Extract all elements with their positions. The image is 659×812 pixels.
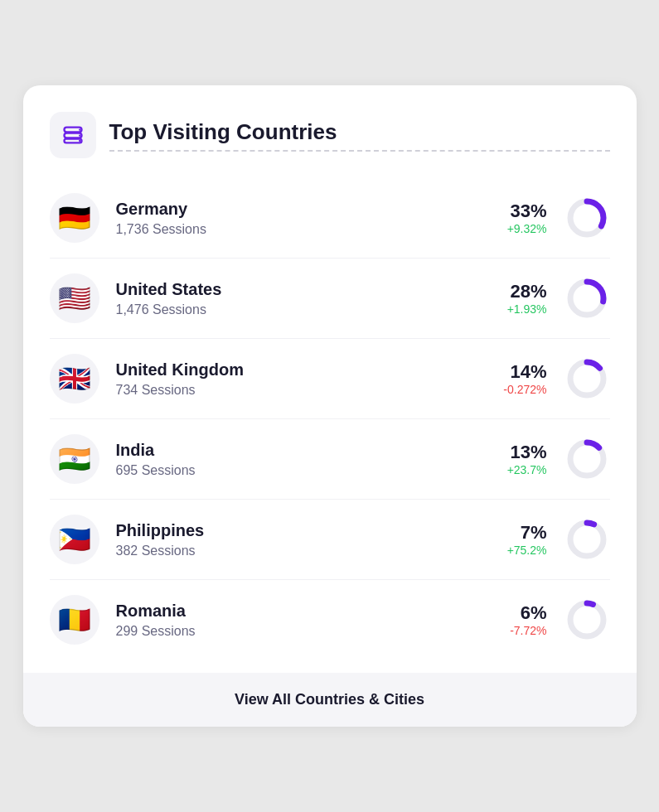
donut-chart: [564, 436, 610, 482]
country-info: Germany 1,736 Sessions: [116, 200, 472, 237]
country-change: +9.32%: [507, 222, 547, 235]
top-visiting-countries-card: Top Visiting Countries 🇩🇪 Germany 1,736 …: [23, 85, 637, 727]
country-change: +75.2%: [507, 544, 547, 557]
country-info: India 695 Sessions: [116, 441, 472, 478]
country-change: +23.7%: [507, 463, 547, 476]
country-sessions: 1,736 Sessions: [116, 222, 472, 237]
country-info: Philippines 382 Sessions: [116, 521, 472, 558]
country-pct: 6%: [521, 602, 547, 624]
country-name: India: [116, 441, 472, 460]
country-name: United Kingdom: [116, 360, 472, 379]
country-change: -7.72%: [510, 624, 546, 637]
country-row: 🇷🇴 Romania 299 Sessions 6% -7.72%: [50, 580, 610, 660]
country-info: Romania 299 Sessions: [116, 602, 472, 639]
flag-united-kingdom: 🇬🇧: [50, 354, 99, 404]
donut-chart: [564, 275, 610, 321]
donut-chart: [564, 195, 610, 241]
country-pct: 13%: [510, 442, 546, 463]
country-row: 🇮🇳 India 695 Sessions 13% +23.7%: [50, 419, 610, 500]
country-change: -0.272%: [503, 383, 546, 396]
donut-svg: [564, 275, 610, 321]
card-title: Top Visiting Countries: [109, 119, 610, 152]
country-stats: 28% +1.93%: [472, 281, 547, 316]
country-pct: 7%: [521, 522, 547, 544]
country-stats: 13% +23.7%: [472, 442, 547, 476]
country-name: United States: [116, 280, 472, 299]
country-name: Romania: [116, 602, 472, 621]
country-row: 🇺🇸 United States 1,476 Sessions 28% +1.9…: [50, 259, 610, 339]
donut-svg: [564, 195, 610, 241]
country-stats: 14% -0.272%: [472, 361, 547, 396]
country-name: Philippines: [116, 521, 472, 540]
country-name: Germany: [116, 200, 472, 219]
donut-svg: [564, 516, 610, 563]
flag-germany: 🇩🇪: [50, 193, 99, 243]
flag-united-states: 🇺🇸: [50, 273, 99, 323]
country-info: United Kingdom 734 Sessions: [116, 360, 472, 398]
country-stats: 33% +9.32%: [472, 201, 547, 235]
country-stats: 7% +75.2%: [472, 522, 547, 557]
card-header: Top Visiting Countries: [50, 112, 610, 158]
view-all-button[interactable]: View All Countries & Cities: [23, 673, 637, 727]
country-sessions: 695 Sessions: [116, 463, 472, 478]
country-pct: 28%: [510, 281, 546, 302]
country-pct: 33%: [510, 201, 546, 222]
country-info: United States 1,476 Sessions: [116, 280, 472, 317]
donut-bg-circle: [570, 523, 603, 556]
donut-chart: [564, 355, 610, 402]
country-row: 🇬🇧 United Kingdom 734 Sessions 14% -0.27…: [50, 339, 610, 419]
header-icon-wrap: [50, 112, 96, 158]
country-sessions: 299 Sessions: [116, 624, 472, 639]
country-pct: 14%: [510, 361, 546, 383]
svg-point-5: [79, 140, 80, 142]
country-row: 🇵🇭 Philippines 382 Sessions 7% +75.2%: [50, 500, 610, 580]
donut-svg: [564, 597, 610, 643]
flag-philippines: 🇵🇭: [50, 515, 99, 564]
country-change: +1.93%: [507, 302, 547, 316]
donut-svg: [564, 436, 610, 482]
donut-chart: [564, 516, 610, 563]
donut-bg-circle: [570, 603, 603, 636]
country-sessions: 1,476 Sessions: [116, 302, 472, 317]
database-icon: [61, 123, 85, 147]
country-list: 🇩🇪 Germany 1,736 Sessions 33% +9.32% 🇺🇸: [50, 178, 610, 660]
donut-chart: [564, 597, 610, 643]
donut-svg: [564, 355, 610, 402]
svg-point-3: [79, 128, 80, 130]
country-sessions: 382 Sessions: [116, 544, 472, 558]
country-row: 🇩🇪 Germany 1,736 Sessions 33% +9.32%: [50, 178, 610, 259]
svg-point-4: [79, 134, 80, 136]
country-stats: 6% -7.72%: [472, 602, 547, 637]
flag-india: 🇮🇳: [50, 434, 99, 484]
flag-romania: 🇷🇴: [50, 595, 99, 645]
country-sessions: 734 Sessions: [116, 383, 472, 398]
